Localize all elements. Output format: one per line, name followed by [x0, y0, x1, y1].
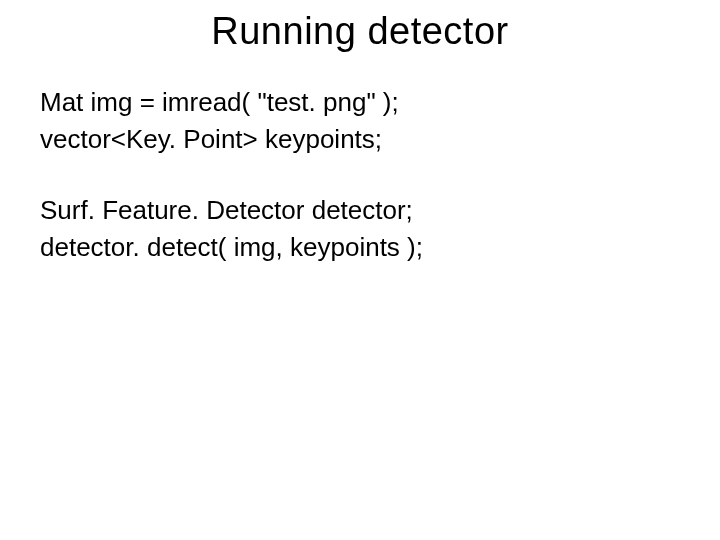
code-line-1: Mat img = imread( "test. png" ); — [40, 85, 680, 120]
code-line-4: detector. detect( img, keypoints ); — [40, 230, 680, 265]
slide-container: Running detector Mat img = imread( "test… — [0, 0, 720, 540]
code-line-2: vector<Key. Point> keypoints; — [40, 122, 680, 157]
slide-body: Mat img = imread( "test. png" ); vector<… — [40, 85, 680, 265]
slide-title: Running detector — [40, 10, 680, 53]
blank-line — [40, 159, 680, 193]
code-line-3: Surf. Feature. Detector detector; — [40, 193, 680, 228]
